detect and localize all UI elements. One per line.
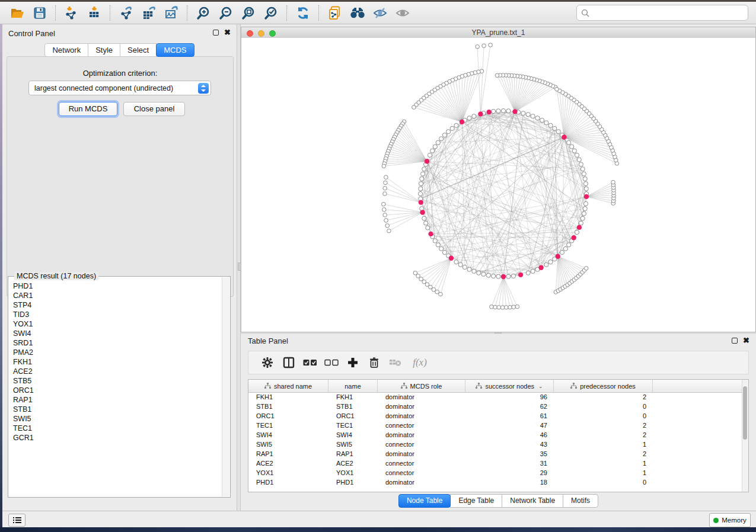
table-row[interactable]: RAP1RAP1dominator352 <box>248 449 742 459</box>
memory-button[interactable]: Memory <box>709 513 751 527</box>
tab-network-table[interactable]: Network Table <box>502 494 563 508</box>
graph-ring-node <box>540 118 544 122</box>
float-panel-icon[interactable] <box>213 30 219 36</box>
table-scrollbar[interactable] <box>742 380 748 492</box>
mcds-result-item[interactable]: STB5 <box>9 376 222 386</box>
close-panel-button[interactable]: Close panel <box>123 102 185 116</box>
status-menu-button[interactable] <box>8 514 25 527</box>
mcds-result-item[interactable]: CAR1 <box>9 291 222 300</box>
export-image-button[interactable] <box>162 5 180 21</box>
export-network-button[interactable] <box>117 5 135 21</box>
mcds-result-item[interactable]: TEC1 <box>9 424 222 433</box>
graph-hub-node <box>556 254 560 259</box>
graph-hub-node <box>428 232 433 236</box>
mcds-result-item[interactable]: ACE2 <box>9 367 222 376</box>
mcds-result-item[interactable]: PHD1 <box>9 281 222 291</box>
add-column-button[interactable] <box>342 357 363 368</box>
tab-motifs[interactable]: Motifs <box>563 494 598 508</box>
select-all-button[interactable] <box>299 358 321 367</box>
column-label: name <box>344 383 361 390</box>
zoom-out-button[interactable] <box>217 5 235 21</box>
table-row[interactable]: SWI4SWI4dominator462 <box>248 430 742 440</box>
table-row[interactable]: ACE2ACE2connector311 <box>248 459 742 468</box>
search-input[interactable] <box>592 7 748 20</box>
mcds-result-item[interactable]: YOX1 <box>9 319 222 329</box>
table-row[interactable]: SWI5SWI5connector431 <box>248 440 742 449</box>
table-options-button[interactable] <box>257 357 278 368</box>
toggle-panels-button[interactable] <box>278 357 299 368</box>
table-hide-icon <box>389 358 402 367</box>
mcds-result-item[interactable]: TID3 <box>9 310 222 319</box>
column-header-shared-name[interactable]: shared name <box>248 380 328 392</box>
mcds-result-item[interactable]: SRD1 <box>9 338 222 348</box>
column-header-predecessor-nodes[interactable]: predecessor nodes <box>554 380 653 392</box>
fx-icon: f(x) <box>413 357 427 368</box>
graph-ring-node <box>584 187 588 191</box>
network-window-titlebar[interactable]: YPA_prune.txt_1 <box>241 27 755 39</box>
graph-ring-node <box>436 243 440 247</box>
graph-ring-node <box>467 267 471 271</box>
mcds-result-item[interactable]: SWI4 <box>9 329 222 338</box>
zoom-in-button[interactable] <box>194 5 212 21</box>
graph-hub-node <box>512 109 517 114</box>
mcds-result-item[interactable]: SWI5 <box>9 414 222 424</box>
network-canvas[interactable] <box>241 38 755 332</box>
mcds-result-scrollbar[interactable] <box>222 277 229 496</box>
open-file-icon <box>9 5 25 21</box>
mcds-result-item[interactable]: GCR1 <box>9 433 222 443</box>
optimization-criterion-dropdown[interactable]: largest connected component (undirected) <box>28 81 211 95</box>
search-field[interactable] <box>576 5 748 21</box>
mcds-result-item[interactable]: PMA2 <box>9 348 222 357</box>
mcds-result-item[interactable]: STB1 <box>9 405 222 414</box>
graph-ring-node <box>467 116 471 120</box>
zoom-fit-button[interactable] <box>240 5 257 21</box>
float-panel-icon[interactable] <box>732 338 738 344</box>
import-network-button[interactable] <box>63 5 81 21</box>
desktop-wallpaper-bottom <box>0 527 756 532</box>
run-mcds-button[interactable]: Run MCDS <box>59 102 117 116</box>
table-row[interactable]: FKH1FKH1dominator962 <box>248 392 742 402</box>
mcds-result-item[interactable]: RAP1 <box>9 395 222 405</box>
column-header-name[interactable]: name <box>328 380 378 392</box>
graph-leaf-nodes[interactable] <box>382 43 619 310</box>
tab-edge-table[interactable]: Edge Table <box>450 494 502 508</box>
column-header-MCDS-role[interactable]: MCDS role <box>378 380 465 392</box>
table-row[interactable]: ORC1ORC1dominator610 <box>248 411 742 421</box>
graph-leaf-node <box>493 305 497 309</box>
tab-network[interactable]: Network <box>44 43 88 57</box>
tab-mcds[interactable]: MCDS <box>156 43 194 57</box>
table-scrollbar-thumb[interactable] <box>743 386 747 440</box>
table-row[interactable]: TEC1TEC1connector472 <box>248 421 742 430</box>
save-session-button[interactable] <box>31 5 49 21</box>
zoom-selected-button[interactable] <box>262 5 280 21</box>
show-graphics-button[interactable] <box>394 5 412 21</box>
table-row[interactable]: YOX1YOX1connector291 <box>248 468 742 477</box>
refresh-button[interactable] <box>294 5 312 21</box>
mcds-result-item[interactable]: FKH1 <box>9 357 222 367</box>
column-header-successor-nodes[interactable]: successor nodes⌄ <box>465 380 554 392</box>
hide-graphics-button[interactable] <box>371 5 389 21</box>
vertical-splitter[interactable] <box>237 24 241 511</box>
deselect-all-button[interactable] <box>321 358 342 367</box>
network-graph[interactable] <box>241 38 755 332</box>
graph-leaf-node <box>495 73 499 78</box>
graph-leaf-node <box>383 192 387 196</box>
clone-network-button[interactable] <box>326 5 344 21</box>
graph-leaf-node <box>385 224 390 228</box>
import-table-button[interactable] <box>85 5 103 21</box>
tab-select[interactable]: Select <box>120 43 157 57</box>
mcds-result-item[interactable]: ORC1 <box>9 386 222 395</box>
search-network-button[interactable] <box>349 5 366 21</box>
close-panel-icon[interactable]: ✖ <box>743 338 749 344</box>
tab-style[interactable]: Style <box>88 43 120 57</box>
mcds-result-item[interactable]: STP4 <box>9 300 222 310</box>
graph-leaf-node <box>476 45 480 49</box>
memory-status-icon <box>713 518 719 523</box>
tab-node-table[interactable]: Node Table <box>398 494 451 508</box>
table-row[interactable]: STB1STB1dominator620 <box>248 402 742 411</box>
open-file-button[interactable] <box>8 5 26 21</box>
close-panel-icon[interactable]: ✖ <box>224 30 231 36</box>
table-row[interactable]: PHD1PHD1dominator180 <box>248 477 742 487</box>
delete-column-button[interactable] <box>363 357 385 368</box>
export-table-button[interactable] <box>140 5 158 21</box>
